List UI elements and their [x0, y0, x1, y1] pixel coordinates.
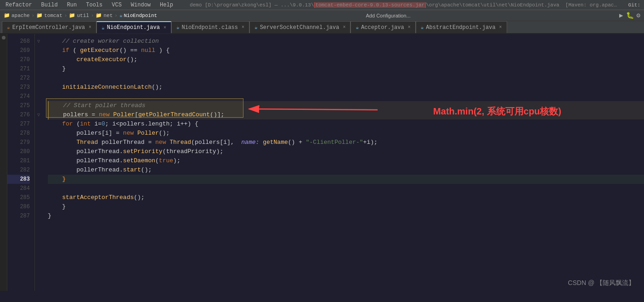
code-line-281: pollerThread.setDaemon(true);	[48, 156, 644, 165]
fold-271	[35, 55, 42, 64]
line-num-280: 280	[7, 147, 30, 156]
menu-item-help[interactable]: Help	[158, 1, 175, 9]
line-num-275: 275	[7, 101, 30, 110]
fold-278	[35, 120, 42, 129]
watermark: CSDN @ 【随风飘流】	[568, 279, 635, 287]
line-num-273: 273	[7, 83, 30, 92]
breadcrumb-bar: 📁 apache › 📁 tomcat › 📁 util › 📁 net › ☕…	[0, 10, 644, 21]
tab-acceptor[interactable]: ☕ Acceptor.java ×	[350, 21, 415, 33]
line-num-271: 271	[7, 64, 30, 74]
folder-icon-apache: 📁	[4, 12, 10, 18]
fold-276	[35, 101, 42, 110]
fold-285	[35, 184, 42, 193]
tab-nioendpoint-java[interactable]: ☕ NioEndpoint.java ×	[96, 21, 171, 33]
code-line-268: // create worker collection	[48, 37, 644, 46]
tab-icon-acceptor: ☕	[356, 24, 359, 30]
tab-erpitemcontroller[interactable]: ☕ ErpItemController.java ×	[2, 21, 96, 33]
tab-close-acceptor[interactable]: ×	[408, 25, 411, 30]
code-line-283: }	[48, 175, 644, 184]
add-configuration-button[interactable]: Add Configuration...	[363, 12, 413, 19]
path-display: demo [D:\program\zkong\esl] — ...\9.0.13…	[190, 2, 619, 8]
tab-abstractendpoint[interactable]: ☕ AbstractEndpoint.java ×	[416, 21, 507, 33]
line-num-269: 269	[7, 46, 30, 55]
left-sidebar	[0, 34, 7, 291]
line-numbers: 268 269 270 271 272 273 274 275 276 277 …	[7, 34, 35, 291]
line-num-283: 283	[7, 175, 30, 184]
code-editor[interactable]: // create worker collection if ( getExec…	[42, 34, 644, 291]
menu-item-run[interactable]: Run	[65, 1, 79, 9]
menu-item-vcs[interactable]: VCS	[110, 1, 124, 9]
breadcrumb-apache[interactable]: 📁 apache	[4, 12, 30, 18]
tab-icon-class: ☕	[176, 24, 180, 30]
tab-close-nio-java[interactable]: ×	[164, 25, 166, 30]
tab-serversocketchannel[interactable]: ☕ ServerSocketChannel.java ×	[249, 21, 350, 33]
breadcrumb-util[interactable]: 📁 util	[69, 12, 89, 18]
code-line-282: pollerThread.start();	[48, 165, 644, 175]
fold-279	[35, 129, 42, 138]
code-line-280: pollerThread.setPriority(threadPriority)…	[48, 147, 644, 156]
code-line-271: }	[48, 64, 644, 74]
fold-275	[35, 92, 42, 101]
line-num-277: 277	[7, 120, 30, 129]
folder-icon-tomcat: 📁	[36, 12, 43, 18]
line-num-286: 286	[7, 202, 30, 211]
debug-icon[interactable]: 🐛	[626, 11, 634, 19]
tab-close-abstract[interactable]: ×	[499, 25, 502, 30]
line-num-272: 272	[7, 74, 30, 83]
code-line-274	[48, 92, 644, 101]
code-line-278: pollers[i] = new Poller();	[48, 129, 644, 138]
sidebar-marker-1	[2, 36, 6, 40]
breadcrumb-sep-1: ›	[32, 13, 35, 18]
line-num-285: 285	[7, 193, 30, 202]
breadcrumb-tomcat[interactable]: 📁 tomcat	[36, 12, 62, 18]
tab-close-erp[interactable]: ×	[89, 25, 91, 30]
fold-281	[35, 147, 42, 156]
fold-277[interactable]: ▽	[35, 110, 42, 120]
menu-item-window[interactable]: Window	[129, 1, 153, 9]
line-num-284: 284	[7, 184, 30, 193]
menu-item-tools[interactable]: Tools	[84, 1, 104, 9]
line-num-287: 287	[7, 211, 30, 221]
fold-270	[35, 46, 42, 55]
code-line-284	[48, 184, 644, 193]
folder-icon-util: 📁	[69, 12, 75, 18]
line-num-268: 268	[7, 37, 30, 46]
fold-269[interactable]: ▽	[35, 37, 42, 46]
settings-icon[interactable]: ⚙	[637, 11, 640, 19]
breadcrumb-net[interactable]: 📁 net	[96, 12, 113, 18]
annotation-label: Math.min(2, 系统可用cpu核数)	[433, 105, 561, 118]
fold-273	[35, 74, 42, 83]
git-area: Git:	[628, 2, 640, 8]
line-num-274: 274	[7, 92, 30, 101]
fold-280	[35, 138, 42, 147]
breadcrumb-nioendpoint[interactable]: ☕ NioEndpoint	[119, 12, 157, 18]
menu-item-refactor[interactable]: Refactor	[4, 1, 34, 9]
line-num-282: 282	[7, 165, 30, 175]
tab-icon-erp: ☕	[7, 24, 10, 30]
line-num-270: 270	[7, 55, 30, 64]
breadcrumb-sep-2: ›	[64, 13, 68, 18]
fold-274	[35, 83, 42, 92]
line-num-281: 281	[7, 156, 30, 165]
fold-gutter: ▽ ▽	[35, 34, 42, 291]
line-num-278: 278	[7, 129, 30, 138]
tab-close-nio-class[interactable]: ×	[242, 25, 244, 30]
fold-284	[35, 175, 42, 184]
code-line-279: Thread pollerThread = new Thread(pollers…	[48, 138, 644, 147]
code-line-286: }	[48, 202, 644, 211]
menu-bar: Refactor Build Run Tools VCS Window Help…	[0, 0, 644, 10]
tab-close-server[interactable]: ×	[343, 25, 345, 30]
code-line-273: initializeConnectionLatch();	[48, 83, 644, 92]
run-icon[interactable]: ▶	[619, 11, 623, 19]
toolbar-icons: ▶ 🐛 ⚙	[619, 11, 640, 19]
fold-282	[35, 156, 42, 165]
folder-icon-net: 📁	[96, 12, 102, 18]
fold-286	[35, 193, 42, 202]
code-line-287: }	[48, 211, 644, 221]
editor-area: 268 269 270 271 272 273 274 275 276 277 …	[0, 34, 644, 291]
tab-icon-nio: ☕	[102, 25, 105, 31]
tab-bar: ☕ ErpItemController.java × ☕ NioEndpoint…	[0, 21, 644, 34]
java-icon-nioendpoint: ☕	[119, 12, 123, 18]
tab-nioendpoint-class[interactable]: ☕ NioEndpoint.class ×	[171, 21, 249, 33]
menu-item-build[interactable]: Build	[40, 1, 60, 9]
